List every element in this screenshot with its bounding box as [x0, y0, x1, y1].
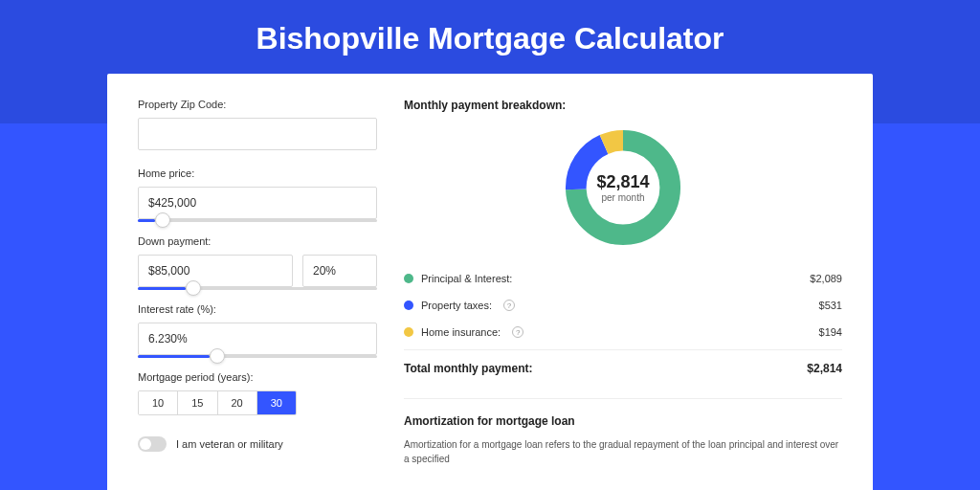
zip-label: Property Zip Code:: [138, 99, 377, 110]
amortization-section: Amortization for mortgage loan Amortizat…: [404, 398, 842, 466]
home-price-slider[interactable]: [138, 219, 377, 222]
mortgage-period-label: Mortgage period (years):: [138, 371, 377, 383]
period-button-15[interactable]: 15: [178, 391, 217, 414]
slider-fill: [138, 355, 210, 358]
amortization-title: Amortization for mortgage loan: [404, 414, 842, 428]
period-button-10[interactable]: 10: [139, 391, 178, 414]
calculator-card: Property Zip Code: Home price: Down paym…: [107, 74, 873, 490]
interest-rate-input[interactable]: [138, 323, 377, 355]
form-panel: Property Zip Code: Home price: Down paym…: [138, 99, 377, 490]
interest-rate-label: Interest rate (%):: [138, 303, 377, 315]
veteran-toggle-row: I am veteran or military: [138, 436, 377, 452]
total-label: Total monthly payment:: [404, 362, 532, 375]
down-payment-field: Down payment:: [138, 235, 377, 290]
breakdown-title: Monthly payment breakdown:: [404, 99, 842, 112]
veteran-toggle[interactable]: [138, 436, 167, 452]
home-price-label: Home price:: [138, 167, 377, 179]
legend-value: $531: [819, 300, 842, 311]
info-icon[interactable]: ?: [512, 326, 523, 338]
amortization-text: Amortization for a mortgage loan refers …: [404, 437, 842, 466]
dot-icon: [404, 274, 413, 283]
home-price-field: Home price:: [138, 167, 377, 222]
zip-field: Property Zip Code:: [138, 99, 377, 150]
total-row: Total monthly payment: $2,814: [404, 349, 842, 383]
legend-taxes: Property taxes: ? $531: [404, 292, 842, 319]
donut-chart: $2,814 per month: [561, 125, 685, 250]
interest-rate-slider[interactable]: [138, 355, 377, 358]
period-button-group: 10 15 20 30: [138, 390, 297, 415]
dot-icon: [404, 327, 413, 337]
down-amount-input[interactable]: [138, 255, 293, 287]
legend-insurance: Home insurance: ? $194: [404, 319, 842, 345]
home-price-input[interactable]: [138, 187, 377, 219]
legend-label: Home insurance:: [421, 326, 501, 338]
info-icon[interactable]: ?: [503, 300, 515, 311]
legend-label: Property taxes:: [421, 300, 492, 311]
breakdown-panel: Monthly payment breakdown: $2,814 per mo…: [404, 99, 842, 490]
total-value: $2,814: [807, 362, 842, 375]
period-button-20[interactable]: 20: [218, 391, 257, 414]
slider-handle[interactable]: [155, 212, 170, 228]
dot-icon: [404, 301, 413, 310]
period-button-30[interactable]: 30: [257, 391, 296, 414]
down-percent-input[interactable]: [302, 255, 377, 287]
page-title: Bishopville Mortgage Calculator: [0, 21, 980, 56]
legend-value: $194: [819, 326, 842, 338]
donut-sub: per month: [601, 192, 644, 203]
legend-value: $2,089: [810, 273, 842, 284]
donut-amount: $2,814: [596, 172, 649, 192]
slider-fill: [138, 219, 155, 222]
slider-handle[interactable]: [210, 348, 225, 364]
mortgage-period-field: Mortgage period (years): 10 15 20 30: [138, 371, 377, 415]
donut-center: $2,814 per month: [561, 125, 685, 250]
down-payment-slider[interactable]: [138, 287, 377, 290]
interest-rate-field: Interest rate (%):: [138, 303, 377, 358]
slider-handle[interactable]: [186, 280, 201, 296]
legend-label: Principal & Interest:: [421, 273, 512, 284]
zip-input[interactable]: [138, 118, 377, 150]
slider-fill: [138, 287, 186, 290]
veteran-label: I am veteran or military: [176, 438, 283, 450]
donut-wrap: $2,814 per month: [404, 125, 842, 250]
legend-principal: Principal & Interest: $2,089: [404, 265, 842, 292]
down-payment-label: Down payment:: [138, 235, 377, 247]
toggle-knob: [140, 438, 151, 450]
